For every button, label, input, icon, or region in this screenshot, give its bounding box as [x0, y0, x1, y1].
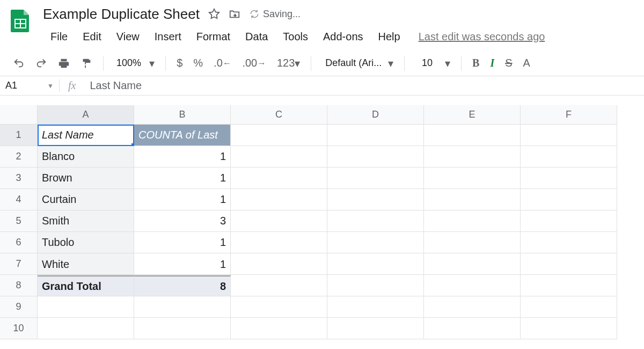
col-header-a[interactable]: A	[38, 105, 134, 125]
menu-edit[interactable]: Edit	[75, 27, 108, 46]
row-header[interactable]: 5	[0, 210, 38, 232]
more-formats-dropdown[interactable]: 123▾	[273, 54, 304, 73]
cell[interactable]	[521, 146, 617, 168]
cell[interactable]	[231, 189, 327, 210]
bold-button[interactable]: B	[468, 54, 484, 72]
menu-file[interactable]: File	[43, 27, 75, 46]
cell[interactable]	[521, 296, 617, 318]
cell[interactable]: 1	[134, 189, 231, 210]
doc-title[interactable]: Example Duplicate Sheet	[43, 6, 200, 23]
menu-view[interactable]: View	[109, 27, 147, 46]
cell[interactable]	[38, 318, 134, 339]
cell-grand-total-label[interactable]: Grand Total	[38, 275, 134, 296]
cell-grand-total-value[interactable]: 8	[134, 275, 231, 296]
cell[interactable]	[521, 125, 617, 146]
cell[interactable]	[231, 318, 327, 339]
menu-format[interactable]: Format	[189, 27, 238, 46]
row-header[interactable]: 4	[0, 189, 38, 210]
redo-icon[interactable]	[31, 54, 52, 72]
cell[interactable]	[424, 125, 521, 146]
row-header[interactable]: 2	[0, 146, 38, 168]
cell[interactable]	[521, 275, 617, 296]
cell-a1[interactable]: Last Name	[38, 125, 134, 146]
cell[interactable]: White	[38, 253, 134, 275]
col-header-e[interactable]: E	[424, 105, 521, 125]
cell[interactable]	[327, 189, 424, 210]
cell[interactable]: 1	[134, 253, 231, 275]
name-box[interactable]: A1 ▼	[0, 80, 59, 91]
cell[interactable]	[424, 168, 521, 189]
col-header-c[interactable]: C	[231, 105, 327, 125]
menu-data[interactable]: Data	[238, 27, 275, 46]
row-header[interactable]: 1	[0, 125, 38, 146]
undo-icon[interactable]	[9, 54, 29, 72]
col-header-f[interactable]: F	[521, 105, 617, 125]
col-header-b[interactable]: B	[134, 105, 231, 125]
row-header[interactable]: 3	[0, 168, 38, 189]
text-color-button[interactable]: A	[519, 54, 535, 72]
last-edit-link[interactable]: Last edit was seconds ago	[419, 31, 545, 43]
cell[interactable]: Blanco	[38, 146, 134, 168]
row-header[interactable]: 8	[0, 275, 38, 296]
decrease-decimal-button[interactable]: .0←	[209, 54, 236, 72]
cell[interactable]: Curtain	[38, 189, 134, 210]
cell[interactable]: 1	[134, 146, 231, 168]
currency-button[interactable]: $	[172, 54, 187, 72]
italic-button[interactable]: I	[486, 54, 499, 72]
font-size-dropdown[interactable]: 10 ▾	[411, 54, 455, 73]
cell[interactable]	[521, 232, 617, 253]
cell[interactable]	[424, 253, 521, 275]
print-icon[interactable]	[54, 54, 74, 72]
cell[interactable]	[327, 125, 424, 146]
select-all-corner[interactable]	[0, 105, 38, 125]
cell[interactable]	[424, 210, 521, 232]
cell[interactable]	[231, 253, 327, 275]
cell[interactable]	[327, 296, 424, 318]
star-icon[interactable]	[208, 8, 220, 20]
cell[interactable]	[231, 168, 327, 189]
cell[interactable]: Smith	[38, 210, 134, 232]
paint-format-icon[interactable]	[76, 54, 97, 72]
row-header[interactable]: 7	[0, 253, 38, 275]
percent-button[interactable]: %	[189, 54, 207, 72]
menu-help[interactable]: Help	[371, 27, 408, 46]
row-header[interactable]: 6	[0, 232, 38, 253]
cell[interactable]	[38, 296, 134, 318]
cell[interactable]	[231, 232, 327, 253]
cell[interactable]: 1	[134, 168, 231, 189]
cell[interactable]	[424, 189, 521, 210]
cell[interactable]	[327, 146, 424, 168]
menu-insert[interactable]: Insert	[147, 27, 189, 46]
cell[interactable]	[521, 318, 617, 339]
strikethrough-button[interactable]: S	[501, 54, 516, 72]
cell[interactable]: 1	[134, 232, 231, 253]
cell[interactable]	[424, 146, 521, 168]
menu-addons[interactable]: Add-ons	[316, 27, 371, 46]
cell[interactable]	[231, 275, 327, 296]
cell[interactable]	[521, 189, 617, 210]
cell[interactable]	[327, 232, 424, 253]
row-header[interactable]: 10	[0, 318, 38, 339]
cell-b1[interactable]: COUNTA of Last	[134, 125, 231, 146]
sheets-logo[interactable]	[4, 4, 36, 37]
cell[interactable]	[424, 232, 521, 253]
cell[interactable]	[231, 146, 327, 168]
cell[interactable]	[231, 210, 327, 232]
move-icon[interactable]	[229, 8, 240, 20]
menu-tools[interactable]: Tools	[275, 27, 316, 46]
cell[interactable]	[327, 253, 424, 275]
cell[interactable]	[424, 296, 521, 318]
cell[interactable]	[327, 210, 424, 232]
cell[interactable]: Brown	[38, 168, 134, 189]
increase-decimal-button[interactable]: .00→	[238, 54, 270, 72]
col-header-d[interactable]: D	[327, 105, 424, 125]
cell[interactable]	[327, 168, 424, 189]
cell[interactable]	[521, 168, 617, 189]
formula-input[interactable]: Last Name	[84, 79, 644, 92]
cell[interactable]	[327, 318, 424, 339]
cell[interactable]	[424, 318, 521, 339]
cell[interactable]: 3	[134, 210, 231, 232]
cell[interactable]	[424, 275, 521, 296]
zoom-dropdown[interactable]: 100% ▾	[110, 54, 159, 73]
cell[interactable]	[327, 275, 424, 296]
